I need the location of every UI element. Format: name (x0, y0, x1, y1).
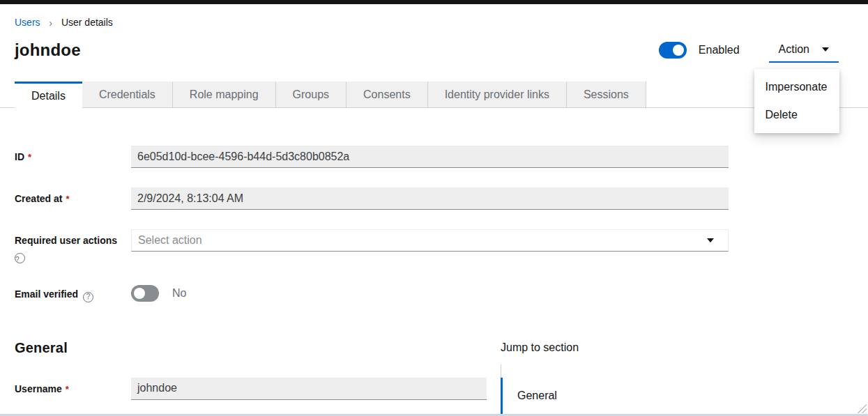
action-dropdown: Action Impersonate Delete (769, 38, 839, 63)
required-asterisk: * (66, 194, 69, 204)
username-field: johndoe (131, 378, 487, 400)
help-icon[interactable]: ? (15, 253, 25, 263)
required-user-actions-label: Required user actions ? (15, 229, 131, 263)
action-dropdown-button[interactable]: Action (769, 38, 839, 63)
enabled-toggle-label: Enabled (699, 44, 740, 56)
form-row-username: Username* johndoe (15, 378, 501, 400)
tab-consents[interactable]: Consents (347, 82, 428, 108)
general-section: General Username* johndoe (0, 340, 501, 416)
menu-item-impersonate[interactable]: Impersonate (754, 73, 839, 101)
page-title: johndoe (15, 40, 81, 60)
action-dropdown-label: Action (779, 43, 809, 56)
jump-links-nav: General (501, 364, 868, 416)
breadcrumb: Users › User details (15, 16, 868, 29)
jump-links-title: Jump to section (501, 341, 868, 354)
jump-links-panel: Jump to section General (501, 340, 868, 416)
select-placeholder: Select action (138, 234, 707, 247)
email-verified-state-label: No (172, 287, 186, 300)
breadcrumb-link-users[interactable]: Users (15, 16, 40, 29)
id-field: 6e05d10d-bcee-4596-b44d-5d3c80b0852a (131, 146, 729, 168)
form-row-email-verified: Email verified? No (15, 283, 868, 302)
email-verified-toggle[interactable] (131, 285, 159, 302)
form-row-required-user-actions: Required user actions ? Select action (15, 229, 868, 263)
form-row-id: ID* 6e05d10d-bcee-4596-b44d-5d3c80b0852a (15, 146, 868, 168)
menu-item-delete[interactable]: Delete (754, 101, 839, 129)
masthead-bottom-edge (0, 0, 868, 4)
chevron-right-icon: › (50, 15, 52, 31)
tab-groups[interactable]: Groups (276, 82, 347, 108)
jump-links-border (501, 364, 868, 378)
created-at-label: Created at* (15, 187, 131, 210)
tab-identity-provider-links[interactable]: Identity provider links (428, 82, 567, 108)
email-verified-control: No (131, 283, 186, 302)
general-section-heading: General (15, 340, 501, 356)
required-user-actions-select[interactable]: Select action (131, 229, 729, 252)
caret-down-icon (707, 238, 714, 242)
page-header: johndoe Enabled Action Impersonate Delet… (15, 38, 839, 63)
id-label: ID* (15, 146, 131, 168)
help-icon[interactable]: ? (83, 292, 93, 302)
tab-details[interactable]: Details (15, 82, 82, 108)
header-controls: Enabled Action Impersonate Delete (659, 38, 839, 63)
username-label: Username* (15, 378, 131, 400)
tab-role-mapping[interactable]: Role mapping (173, 82, 276, 108)
action-dropdown-menu: Impersonate Delete (754, 69, 839, 133)
tab-credentials[interactable]: Credentials (82, 82, 173, 108)
jump-link-general[interactable]: General (501, 378, 868, 416)
created-at-field: 2/9/2024, 8:13:04 AM (131, 187, 729, 210)
required-asterisk: * (28, 152, 31, 162)
breadcrumb-current-page: User details (61, 16, 113, 29)
general-section-wrap: General Username* johndoe Jump to sectio… (0, 340, 868, 416)
tab-sessions[interactable]: Sessions (567, 82, 646, 108)
email-verified-label: Email verified? (15, 283, 131, 302)
enabled-toggle[interactable] (659, 42, 687, 59)
user-details-tabs: Details Credentials Role mapping Groups … (0, 82, 868, 108)
user-details-form: ID* 6e05d10d-bcee-4596-b44d-5d3c80b0852a… (15, 146, 868, 302)
required-asterisk: * (66, 384, 69, 394)
form-row-created-at: Created at* 2/9/2024, 8:13:04 AM (15, 187, 868, 210)
caret-down-icon (822, 47, 829, 52)
toggle-knob (673, 45, 684, 56)
toggle-knob (134, 288, 145, 299)
